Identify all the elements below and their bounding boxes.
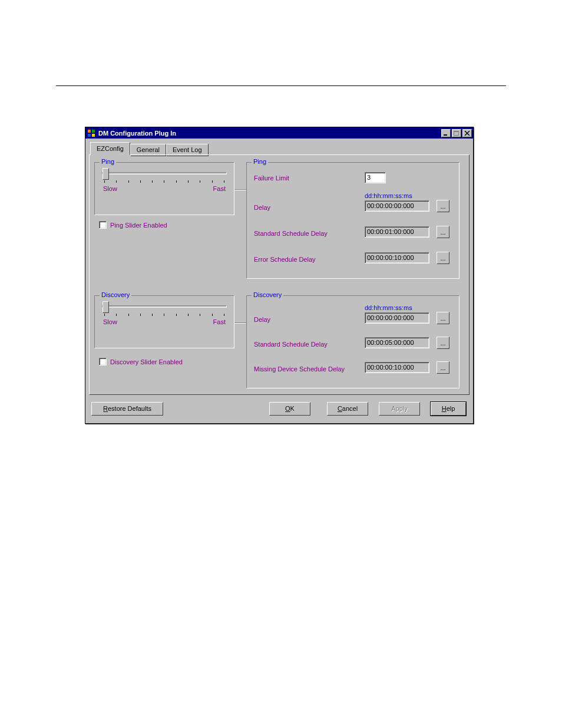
svg-rect-6 (454, 131, 459, 132)
discovery-slider-enabled-row[interactable]: Discovery Slider Enabled (99, 358, 183, 365)
tab-ezconfig[interactable]: EZConfig (90, 142, 130, 155)
ok-button[interactable]: OK (269, 402, 310, 416)
svg-rect-0 (88, 130, 91, 133)
discovery-slider-track[interactable] (102, 305, 227, 308)
maximize-button (452, 129, 461, 137)
ping-fast-label: Fast (213, 185, 226, 192)
ping-slider-track[interactable] (102, 172, 227, 174)
svg-rect-2 (88, 134, 91, 137)
discovery-format-hint: dd:hh:mm:ss:ms (365, 304, 412, 311)
discovery-std-delay-label: Standard Schedule Delay (254, 341, 328, 348)
ping-settings-legend: Ping (252, 158, 268, 165)
discovery-settings-group: Discovery dd:hh:mm:ss:ms Delay 00:00:00:… (246, 295, 459, 388)
ping-std-delay-label: Standard Schedule Delay (254, 230, 328, 237)
app-icon (87, 129, 96, 138)
ping-slider-group: Ping Slow Fast (94, 162, 234, 215)
ping-slow-label: Slow (103, 185, 117, 192)
ping-slider-enabled-checkbox[interactable] (99, 221, 107, 229)
help-button[interactable]: Help (431, 402, 466, 416)
config-window: DM Configuration Plug In EZConfig Genera… (85, 127, 474, 424)
discovery-slow-label: Slow (103, 318, 117, 325)
cancel-button[interactable]: Cancel (327, 402, 368, 416)
discovery-slider-enabled-label: Discovery Slider Enabled (110, 358, 183, 365)
ping-slider-thumb[interactable] (103, 168, 109, 180)
svg-rect-4 (444, 134, 447, 136)
ping-slider-ticks (102, 180, 227, 183)
discovery-connector (234, 322, 246, 324)
tab-strip: EZConfig General Event Log (89, 142, 470, 155)
discovery-std-delay-browse-button[interactable]: ... (437, 337, 449, 349)
ping-slider-enabled-row[interactable]: Ping Slider Enabled (99, 221, 167, 229)
minimize-button[interactable] (441, 129, 451, 137)
ping-delay-label: Delay (254, 204, 270, 211)
discovery-std-delay-input[interactable]: 00:00:05:00:000 (365, 337, 429, 348)
page-divider (56, 85, 506, 86)
ping-slider-legend: Ping (100, 158, 116, 165)
restore-defaults-rest: estore Defaults (108, 405, 151, 412)
discovery-slider-ticks (102, 314, 227, 316)
discovery-missing-delay-input[interactable]: 00:00:00:10:000 (365, 362, 429, 373)
discovery-fast-label: Fast (213, 318, 226, 325)
discovery-delay-input[interactable]: 00:00:00:00:000 (365, 312, 429, 324)
ping-connector (234, 189, 246, 190)
ping-err-delay-label: Error Schedule Delay (254, 256, 316, 263)
ping-format-hint: dd:hh:mm:ss:ms (365, 192, 412, 199)
discovery-slider-legend: Discovery (100, 291, 131, 298)
ping-delay-browse-button[interactable]: ... (437, 200, 449, 212)
svg-rect-3 (92, 134, 95, 137)
apply-button: Apply (379, 402, 420, 416)
discovery-missing-delay-label: Missing Device Schedule Delay (254, 365, 345, 373)
tab-page-ezconfig: Ping Slow Fast (89, 154, 470, 395)
discovery-missing-delay-browse-button[interactable]: ... (437, 361, 449, 374)
failure-limit-input[interactable]: 3 (365, 172, 386, 183)
discovery-delay-browse-button[interactable]: ... (437, 312, 449, 324)
ping-settings-group: Ping Failure Limit 3 dd:hh:mm:ss:ms Dela… (246, 162, 459, 279)
ping-std-delay-input[interactable]: 00:00:01:00:000 (365, 226, 429, 238)
ping-err-delay-browse-button[interactable]: ... (437, 252, 449, 264)
ping-err-delay-input[interactable]: 00:00:00:10:000 (365, 252, 429, 263)
discovery-settings-legend: Discovery (252, 291, 283, 298)
discovery-slider[interactable]: Slow Fast (102, 305, 227, 325)
svg-rect-1 (92, 130, 95, 133)
discovery-slider-enabled-checkbox[interactable] (99, 358, 107, 365)
discovery-delay-label: Delay (254, 316, 270, 323)
ping-delay-input[interactable]: 00:00:00:00:000 (365, 200, 429, 212)
window-title: DM Configuration Plug In (98, 130, 441, 137)
discovery-slider-thumb[interactable] (103, 301, 109, 313)
ping-slider-enabled-label: Ping Slider Enabled (110, 222, 167, 229)
ping-slider[interactable]: Slow Fast (102, 172, 227, 192)
ping-std-delay-browse-button[interactable]: ... (437, 226, 449, 238)
failure-limit-label: Failure Limit (254, 174, 289, 182)
discovery-slider-group: Discovery Slow Fast (94, 295, 234, 348)
restore-defaults-button[interactable]: Restore Defaults (91, 402, 163, 416)
close-button[interactable] (462, 129, 472, 137)
title-bar[interactable]: DM Configuration Plug In (85, 127, 473, 139)
